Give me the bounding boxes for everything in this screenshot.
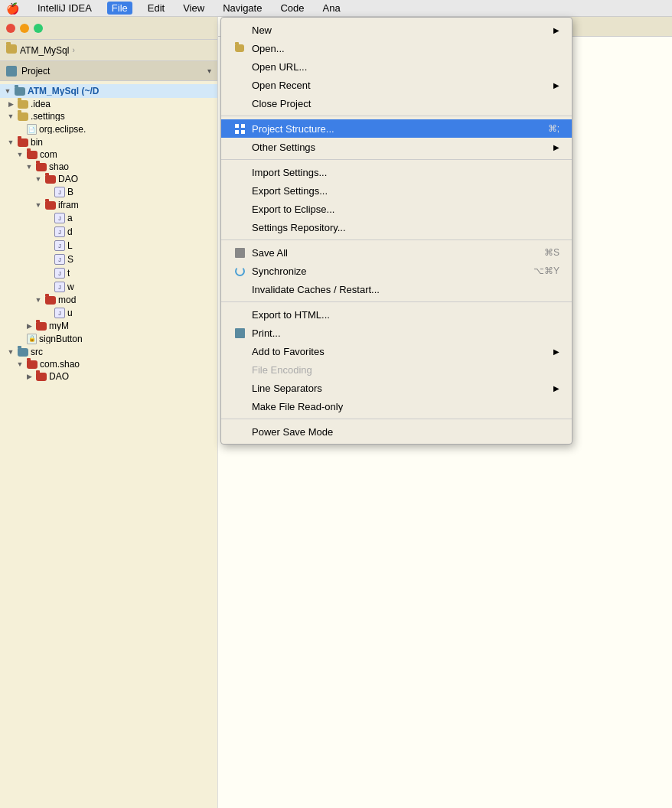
- folder-icon-ifram: [45, 201, 56, 210]
- java-icon-u: J: [54, 308, 65, 318]
- window-maximize-button[interactable]: [34, 24, 43, 33]
- close-project-icon: [233, 97, 246, 109]
- tree-label-t: t: [67, 269, 70, 278]
- tree-label-root: ATM_MySql (~/D: [28, 86, 99, 96]
- menu-item-export-settings[interactable]: Export Settings...: [221, 181, 572, 200]
- tree-item-w[interactable]: J w: [0, 280, 217, 294]
- menu-item-save-all[interactable]: Save All ⌘S: [221, 243, 572, 262]
- tree-label-settings: .settings: [31, 112, 65, 121]
- menu-item-project-structure[interactable]: Project Structure... ⌘;: [221, 119, 572, 138]
- folder-icon-mod: [45, 296, 56, 305]
- menu-item-export-eclipse[interactable]: Export to Eclipse...: [221, 200, 572, 218]
- tree-item-idea[interactable]: .idea: [0, 98, 217, 110]
- menu-item-open-recent-label: Open Recent: [252, 80, 547, 91]
- menu-item-close-project-label: Close Project: [252, 98, 559, 109]
- tree-item-ifram[interactable]: ifram: [0, 199, 217, 211]
- breadcrumb-chevron-icon: ›: [72, 46, 74, 54]
- menubar-code[interactable]: Code: [277, 2, 307, 14]
- tree-item-signbutton[interactable]: 🔒 signButton: [0, 332, 217, 346]
- menubar-ana[interactable]: Ana: [320, 2, 344, 14]
- tree-arrow-src: [6, 349, 15, 356]
- java-icon-b: J: [54, 187, 65, 197]
- menu-item-invalidate[interactable]: Invalidate Caches / Restart...: [221, 280, 572, 298]
- tree-arrow-bin: [6, 139, 15, 146]
- menubar-edit[interactable]: Edit: [145, 2, 168, 14]
- import-settings-icon: [233, 166, 246, 178]
- menu-item-export-settings-label: Export Settings...: [252, 185, 559, 197]
- tree-arrow-settings: [6, 113, 15, 120]
- menu-separator-4: [221, 301, 572, 302]
- tree-item-u[interactable]: J u: [0, 306, 217, 320]
- tree-item-b[interactable]: J B: [0, 185, 217, 199]
- menubar-view[interactable]: View: [180, 2, 207, 14]
- menu-item-import-settings[interactable]: Import Settings...: [221, 163, 572, 181]
- menu-item-open[interactable]: Open...: [221, 39, 572, 57]
- tree-item-l[interactable]: J L: [0, 239, 217, 252]
- tree-arrow-com: [15, 152, 24, 158]
- tree-label-ifram: ifram: [58, 200, 79, 210]
- java-icon-a: J: [54, 213, 65, 223]
- breadcrumb-project-name[interactable]: ATM_MySql: [20, 45, 69, 56]
- tree-item-mym[interactable]: myM: [0, 320, 217, 332]
- file-tree: ATM_MySql (~/D .idea .settings 📄 org.ecl…: [0, 81, 217, 386]
- tree-item-t[interactable]: J t: [0, 266, 217, 280]
- tree-item-src[interactable]: src: [0, 346, 217, 358]
- tree-item-settings[interactable]: .settings: [0, 110, 217, 122]
- menu-item-new[interactable]: New ▶: [221, 21, 572, 39]
- tree-item-dao-src[interactable]: DAO: [0, 370, 217, 383]
- menu-separator-2: [221, 159, 572, 160]
- menu-item-synchronize[interactable]: Synchronize ⌥⌘Y: [221, 262, 572, 280]
- tree-root[interactable]: ATM_MySql (~/D: [0, 84, 217, 98]
- make-readonly-icon: [233, 400, 246, 412]
- menu-item-new-arrow: ▶: [553, 26, 559, 34]
- menu-item-print-label: Print...: [252, 327, 559, 339]
- tree-item-d[interactable]: J d: [0, 225, 217, 239]
- apple-menu[interactable]: 🍎: [6, 2, 19, 15]
- menu-item-power-save[interactable]: Power Save Mode: [221, 422, 572, 441]
- tree-label-dao-src: DAO: [49, 372, 69, 381]
- menu-item-line-separators[interactable]: Line Separators ▶: [221, 379, 572, 397]
- tree-item-dao[interactable]: DAO: [0, 173, 217, 185]
- menu-item-make-readonly[interactable]: Make File Read-only: [221, 397, 572, 415]
- print-icon: [233, 327, 246, 339]
- file-dropdown-menu[interactable]: New ▶ Open... Open URL... Open Recent ▶ …: [220, 17, 573, 445]
- tree-item-orgeclipse[interactable]: 📄 org.eclipse.: [0, 122, 217, 136]
- panel-dropdown-icon[interactable]: ▾: [207, 67, 211, 75]
- java-icon-l: J: [54, 240, 65, 251]
- power-save-icon: [233, 425, 246, 438]
- menu-item-other-settings[interactable]: Other Settings ▶: [221, 138, 572, 156]
- menu-item-synchronize-label: Synchronize: [252, 266, 527, 277]
- menubar-intellij[interactable]: IntelliJ IDEA: [34, 2, 95, 14]
- menu-item-print[interactable]: Print...: [221, 324, 572, 342]
- svg-rect-2: [235, 130, 239, 134]
- menu-item-new-label: New: [252, 24, 547, 36]
- menu-item-project-structure-label: Project Structure...: [252, 123, 542, 135]
- menu-separator-1: [221, 116, 572, 116]
- menu-item-export-html[interactable]: Export to HTML...: [221, 305, 572, 324]
- tree-item-com[interactable]: com: [0, 148, 217, 161]
- menu-item-open-recent[interactable]: Open Recent ▶: [221, 76, 572, 94]
- menubar-navigate[interactable]: Navigate: [220, 2, 265, 14]
- folder-icon-mym: [36, 322, 47, 331]
- window-minimize-button[interactable]: [20, 24, 29, 33]
- menu-item-open-url[interactable]: Open URL...: [221, 57, 572, 76]
- tree-item-s[interactable]: J S: [0, 252, 217, 266]
- svg-rect-0: [235, 124, 239, 128]
- window-close-button[interactable]: [6, 24, 15, 33]
- tree-item-a[interactable]: J a: [0, 211, 217, 225]
- tree-item-mod[interactable]: mod: [0, 294, 217, 306]
- menu-item-close-project[interactable]: Close Project: [221, 94, 572, 112]
- synchronize-icon: [233, 265, 246, 277]
- tree-item-shao[interactable]: shao: [0, 161, 217, 173]
- tree-item-comshao[interactable]: com.shao: [0, 358, 217, 370]
- menubar-file[interactable]: File: [107, 2, 132, 15]
- tree-item-bin[interactable]: bin: [0, 136, 217, 148]
- menu-separator-3: [221, 239, 572, 240]
- menu-item-add-favorites[interactable]: Add to Favorites ▶: [221, 342, 572, 360]
- tree-label-a: a: [67, 213, 73, 223]
- sidebar: ATM_MySql › Project ▾ ATM_MySql (~/D .id…: [0, 17, 218, 808]
- menu-item-settings-repo[interactable]: Settings Repository...: [221, 218, 572, 236]
- project-structure-icon: [233, 122, 246, 135]
- menu-item-line-separators-label: Line Separators: [252, 383, 547, 394]
- menu-item-open-url-label: Open URL...: [252, 61, 559, 73]
